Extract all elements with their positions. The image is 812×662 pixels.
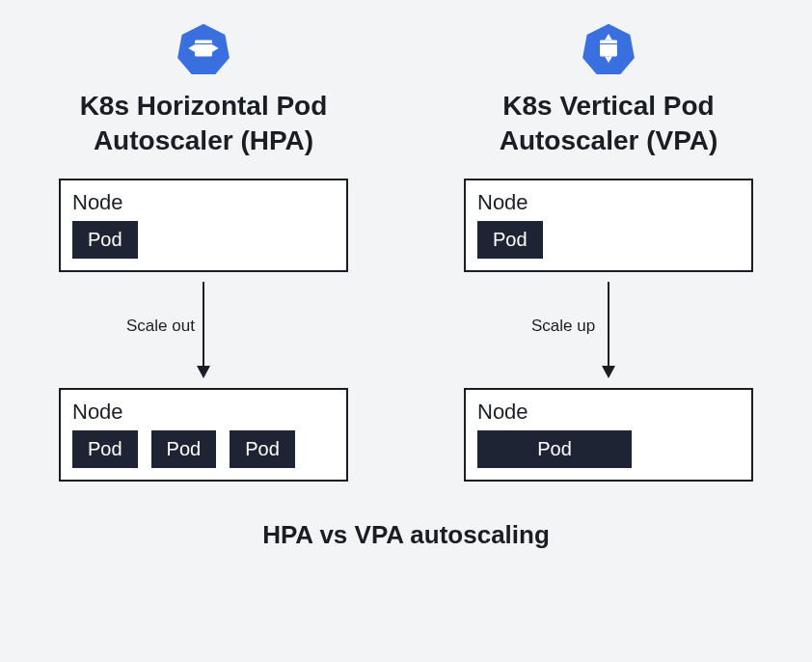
vpa-arrow-section: Scale up (454, 272, 763, 388)
pod: Pod (230, 430, 295, 468)
hpa-column: K8s Horizontal Pod Autoscaler (HPA) Node… (49, 19, 358, 482)
diagram-caption: HPA vs VPA autoscaling (262, 520, 550, 550)
node-label: Node (477, 400, 740, 425)
arrow-down-icon (599, 277, 618, 383)
hpa-node-before: Node Pod (59, 179, 348, 272)
pods-row: Pod (72, 221, 335, 259)
pod: Pod (72, 221, 138, 259)
vpa-node-after: Node Pod (464, 388, 753, 482)
svg-marker-6 (197, 366, 210, 378)
node-label: Node (72, 190, 335, 215)
diagram-columns: K8s Horizontal Pod Autoscaler (HPA) Node… (39, 19, 773, 482)
svg-rect-8 (600, 41, 617, 57)
scale-up-label: Scale up (531, 317, 595, 336)
vpa-title: K8s Vertical Pod Autoscaler (VPA) (500, 89, 718, 159)
node-label: Node (72, 400, 335, 425)
svg-rect-1 (195, 41, 212, 57)
hpa-node-after: Node Pod Pod Pod (59, 388, 348, 482)
pods-row: Pod (477, 430, 740, 468)
scale-out-label: Scale out (126, 317, 195, 336)
hpa-icon (175, 19, 232, 77)
pod: Pod (72, 430, 138, 468)
node-label: Node (477, 190, 740, 215)
svg-marker-13 (602, 366, 615, 378)
pod-wide: Pod (477, 430, 632, 468)
pod: Pod (477, 221, 543, 259)
pods-row: Pod (477, 221, 740, 259)
vpa-node-before: Node Pod (464, 179, 753, 272)
hpa-title: K8s Horizontal Pod Autoscaler (HPA) (80, 89, 328, 159)
vpa-column: K8s Vertical Pod Autoscaler (VPA) Node P… (454, 19, 763, 482)
hpa-arrow-section: Scale out (49, 272, 358, 388)
pod: Pod (151, 430, 217, 468)
pods-row: Pod Pod Pod (72, 430, 335, 468)
arrow-down-icon (194, 277, 213, 383)
vpa-icon (580, 19, 637, 77)
